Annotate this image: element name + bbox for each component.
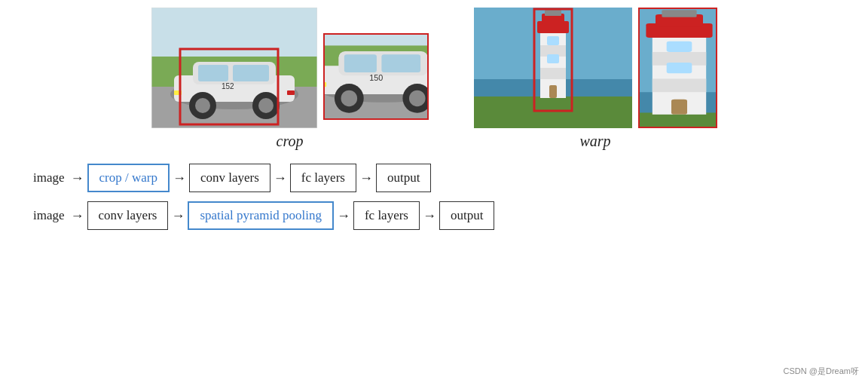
svg-point-28 xyxy=(341,90,357,106)
p2-conv-layers-node: conv layers xyxy=(87,201,169,230)
svg-point-12 xyxy=(195,98,210,113)
car-crop-image: 150 xyxy=(323,33,429,120)
lighthouse-warp-image xyxy=(638,8,717,128)
svg-rect-42 xyxy=(547,54,559,63)
p2-arrow1: → xyxy=(68,208,87,224)
p1-arrow2: → xyxy=(170,170,189,186)
svg-rect-41 xyxy=(547,36,559,45)
svg-rect-50 xyxy=(652,78,705,92)
svg-rect-10 xyxy=(287,90,295,95)
svg-text:150: 150 xyxy=(369,72,383,81)
svg-rect-54 xyxy=(666,41,692,52)
warp-group: warp xyxy=(474,8,717,150)
crop-label: crop xyxy=(277,133,304,150)
pipeline-section: image → crop / warp → conv layers → fc l… xyxy=(15,164,853,230)
car-full-image: 152 xyxy=(151,8,317,128)
svg-rect-56 xyxy=(671,100,687,115)
p1-fc-layers-node: fc layers xyxy=(290,164,356,192)
pipeline-row-2: image → conv layers → spatial pyramid po… xyxy=(30,201,494,230)
p1-arrow1: → xyxy=(68,170,87,186)
svg-rect-24 xyxy=(381,54,420,72)
p2-arrow2: → xyxy=(168,208,188,224)
svg-rect-8 xyxy=(233,65,269,81)
svg-rect-0 xyxy=(151,8,317,60)
p2-arrow3: → xyxy=(334,208,353,224)
svg-rect-53 xyxy=(662,10,696,17)
crop-group: 152 xyxy=(151,8,429,150)
warp-label: warp xyxy=(579,133,610,150)
svg-rect-37 xyxy=(540,68,566,79)
main-container: 152 xyxy=(0,0,868,383)
svg-rect-40 xyxy=(545,10,561,16)
svg-rect-55 xyxy=(666,63,692,73)
svg-rect-7 xyxy=(198,65,228,81)
p1-arrow4: → xyxy=(356,170,376,186)
car-crop-svg: 150 xyxy=(325,35,429,120)
svg-point-30 xyxy=(409,90,426,106)
p1-image-label: image xyxy=(30,170,68,185)
p2-image-label: image xyxy=(30,208,68,223)
pipeline-row-1: image → crop / warp → conv layers → fc l… xyxy=(30,164,431,192)
watermark: CSDN @是Dream呀 xyxy=(784,366,859,377)
p2-spp-node: spatial pyramid pooling xyxy=(188,201,333,230)
warp-images-row xyxy=(474,8,717,128)
p1-output-node: output xyxy=(376,164,431,192)
lighthouse-full-image xyxy=(474,8,632,128)
p2-arrow4: → xyxy=(420,208,439,224)
p1-conv-layers-node: conv layers xyxy=(189,164,270,192)
lighthouse-full-svg xyxy=(474,8,632,128)
svg-rect-23 xyxy=(344,54,376,72)
svg-rect-43 xyxy=(549,85,557,98)
svg-rect-25 xyxy=(325,81,326,86)
p2-output-node: output xyxy=(439,201,494,230)
svg-rect-47 xyxy=(640,112,717,128)
svg-text:152: 152 xyxy=(222,82,234,90)
p1-arrow3: → xyxy=(270,170,290,186)
lighthouse-warp-svg xyxy=(640,9,717,128)
images-section: 152 xyxy=(15,8,853,150)
p1-crop-warp-node: crop / warp xyxy=(87,164,170,192)
svg-point-14 xyxy=(258,98,274,113)
car-full-svg: 152 xyxy=(151,8,317,128)
crop-images-row: 152 xyxy=(151,8,429,128)
svg-rect-34 xyxy=(474,97,632,128)
p2-fc-layers-node: fc layers xyxy=(353,201,420,230)
